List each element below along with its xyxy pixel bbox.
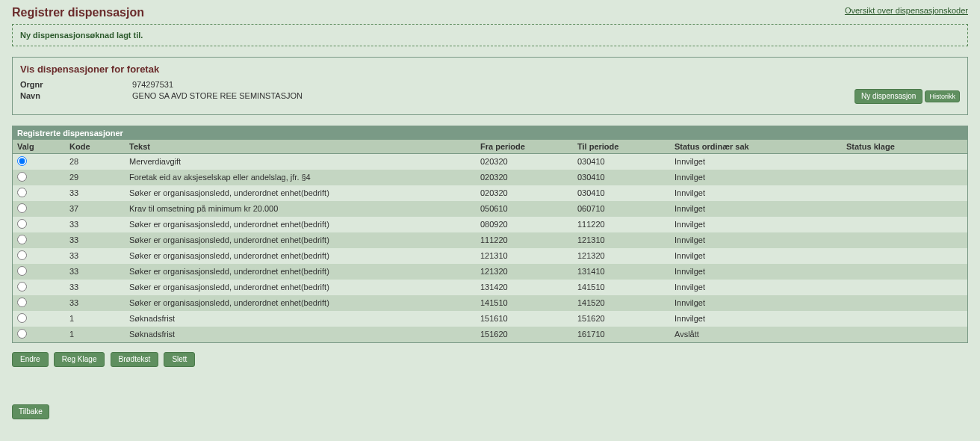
cell-tekst: Søker er organisasjonsledd, underordnet … — [125, 232, 476, 248]
history-button[interactable]: Historikk — [925, 90, 960, 103]
cell-kode: 33 — [65, 264, 125, 280]
col-header-tekst: Tekst — [125, 140, 476, 154]
row-select-radio[interactable] — [17, 329, 27, 339]
table-row: 33Søker er organisasjonsledd, underordne… — [13, 232, 967, 248]
cell-fra: 151620 — [476, 327, 573, 342]
cell-til: 161710 — [573, 327, 670, 342]
cell-kode: 28 — [65, 153, 125, 170]
cell-kode: 1 — [65, 327, 125, 342]
cell-fra: 050610 — [476, 201, 573, 217]
cell-fra: 111220 — [476, 232, 573, 248]
row-select-radio[interactable] — [17, 266, 27, 276]
navn-value: GENO SA AVD STORE REE SEMINSTASJON — [132, 90, 960, 102]
cell-fra: 121310 — [476, 248, 573, 264]
cell-klage — [842, 248, 967, 264]
cell-til: 141510 — [573, 280, 670, 295]
cell-status: Innvilget — [670, 170, 842, 185]
cell-status: Innvilget — [670, 185, 842, 201]
cell-fra: 080920 — [476, 217, 573, 232]
row-select-radio[interactable] — [17, 172, 27, 182]
cell-til: 131410 — [573, 264, 670, 280]
reg-klage-button[interactable]: Reg Klage — [54, 352, 105, 367]
row-select-radio[interactable] — [17, 313, 27, 323]
cell-klage — [842, 185, 967, 201]
table-row: 28Merverdiavgift020320030410Innvilget — [13, 153, 967, 170]
cell-til: 030410 — [573, 170, 670, 185]
cell-tekst: Søknadsfrist — [125, 311, 476, 327]
cell-status: Innvilget — [670, 248, 842, 264]
cell-kode: 33 — [65, 248, 125, 264]
cell-til: 111220 — [573, 217, 670, 232]
cell-fra: 121320 — [476, 264, 573, 280]
cell-klage — [842, 295, 967, 311]
cell-kode: 33 — [65, 185, 125, 201]
row-select-radio[interactable] — [17, 297, 27, 307]
cell-tekst: Foretak eid av aksjeselskap eller andels… — [125, 170, 476, 185]
cell-klage — [842, 311, 967, 327]
table-row: 1Søknadsfrist151620161710Avslått — [13, 327, 967, 342]
table-row: 33Søker er organisasjonsledd, underordne… — [13, 295, 967, 311]
row-select-radio[interactable] — [17, 156, 27, 166]
cell-klage — [842, 327, 967, 342]
dispensasjoner-table: Valg Kode Tekst Fra periode Til periode … — [13, 140, 967, 342]
cell-klage — [842, 153, 967, 170]
table-row: 37Krav til omsetning på minimum kr 20.00… — [13, 201, 967, 217]
cell-status: Innvilget — [670, 311, 842, 327]
company-info-panel: Vis dispensasjoner for foretak Orgnr Nav… — [12, 57, 968, 115]
cell-kode: 33 — [65, 295, 125, 311]
row-select-radio[interactable] — [17, 282, 27, 292]
cell-klage — [842, 264, 967, 280]
cell-til: 121320 — [573, 248, 670, 264]
cell-tekst: Søker er organisasjonsledd, underordnet … — [125, 295, 476, 311]
cell-klage — [842, 280, 967, 295]
cell-tekst: Søker er organisasjonsledd, underordnet … — [125, 217, 476, 232]
cell-klage — [842, 170, 967, 185]
success-banner: Ny dispensasjonsøknad lagt til. — [12, 24, 968, 46]
slett-button[interactable]: Slett — [164, 352, 195, 367]
cell-status: Innvilget — [670, 232, 842, 248]
table-row: 33Søker er organisasjonsledd, underordne… — [13, 185, 967, 201]
cell-fra: 020320 — [476, 185, 573, 201]
cell-klage — [842, 201, 967, 217]
tilbake-button[interactable]: Tilbake — [12, 404, 49, 419]
cell-tekst: Søker er organisasjonsledd, underordnet … — [125, 185, 476, 201]
col-header-valg: Valg — [13, 140, 65, 154]
cell-kode: 1 — [65, 311, 125, 327]
cell-til: 141520 — [573, 295, 670, 311]
orgnr-value: 974297531 — [132, 79, 960, 90]
cell-kode: 33 — [65, 280, 125, 295]
navn-label: Navn — [20, 90, 132, 102]
dispensasjoner-table-container: Registrerte dispensasjoner Valg Kode Tek… — [12, 126, 968, 343]
orgnr-label: Orgnr — [20, 79, 132, 90]
cell-fra: 020320 — [476, 153, 573, 170]
cell-status: Avslått — [670, 327, 842, 342]
cell-fra: 020320 — [476, 170, 573, 185]
row-select-radio[interactable] — [17, 250, 27, 260]
table-row: 33Søker er organisasjonsledd, underordne… — [13, 280, 967, 295]
codes-overview-link[interactable]: Oversikt over dispensasjonskoder — [845, 6, 968, 15]
cell-til: 121310 — [573, 232, 670, 248]
cell-tekst: Merverdiavgift — [125, 153, 476, 170]
cell-klage — [842, 217, 967, 232]
cell-status: Innvilget — [670, 201, 842, 217]
cell-tekst: Krav til omsetning på minimum kr 20.000 — [125, 201, 476, 217]
cell-tekst: Søker er organisasjonsledd, underordnet … — [125, 280, 476, 295]
brodtekst-button[interactable]: Brødtekst — [111, 352, 159, 367]
page-title: Registrer dispensasjon — [12, 6, 144, 19]
row-select-radio[interactable] — [17, 188, 27, 197]
cell-tekst: Søker er organisasjonsledd, underordnet … — [125, 248, 476, 264]
row-select-radio[interactable] — [17, 219, 27, 229]
table-row: 33Søker er organisasjonsledd, underordne… — [13, 248, 967, 264]
cell-fra: 151610 — [476, 311, 573, 327]
new-dispensasjon-button[interactable]: Ny dispensasjon — [855, 89, 922, 104]
panel-heading: Vis dispensasjoner for foretak — [20, 64, 960, 75]
table-title: Registrerte dispensasjoner — [13, 126, 967, 140]
cell-status: Innvilget — [670, 280, 842, 295]
row-select-radio[interactable] — [17, 235, 27, 244]
cell-til: 060710 — [573, 201, 670, 217]
row-select-radio[interactable] — [17, 203, 27, 213]
cell-kode: 37 — [65, 201, 125, 217]
cell-kode: 29 — [65, 170, 125, 185]
table-row: 29Foretak eid av aksjeselskap eller ande… — [13, 170, 967, 185]
endre-button[interactable]: Endre — [12, 352, 49, 367]
